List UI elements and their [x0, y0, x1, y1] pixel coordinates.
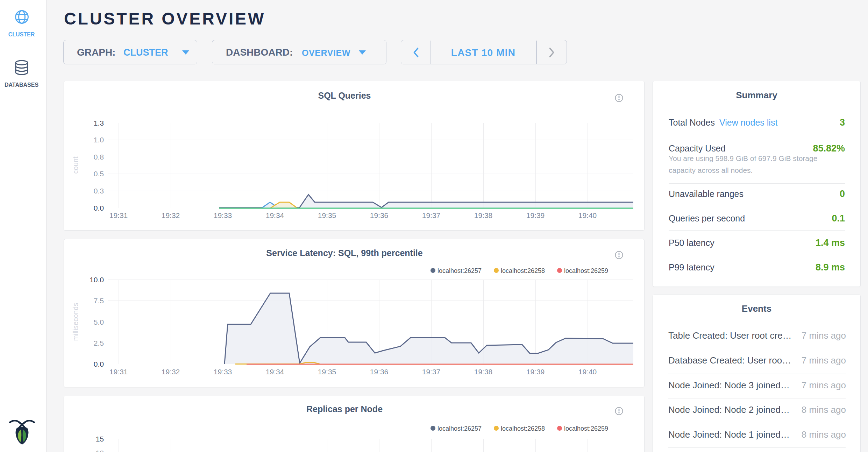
svg-text:2.5: 2.5: [94, 339, 104, 347]
svg-text:localhost:26259: localhost:26259: [564, 425, 608, 432]
svg-text:19:36: 19:36: [370, 368, 389, 376]
svg-text:10.0: 10.0: [90, 276, 104, 284]
svg-text:0.5: 0.5: [94, 170, 104, 178]
svg-text:19:33: 19:33: [214, 211, 232, 219]
svg-text:milliseconds: milliseconds: [72, 303, 79, 341]
svg-text:15: 15: [96, 435, 104, 443]
svg-text:localhost:26258: localhost:26258: [501, 267, 545, 274]
svg-text:19:31: 19:31: [109, 211, 128, 219]
svg-text:19:32: 19:32: [162, 211, 180, 219]
svg-text:19:37: 19:37: [422, 368, 441, 376]
svg-text:19:34: 19:34: [266, 211, 284, 219]
svg-text:0.8: 0.8: [94, 153, 104, 161]
svg-text:1.3: 1.3: [94, 119, 104, 127]
svg-text:19:31: 19:31: [109, 368, 128, 376]
svg-text:19:32: 19:32: [162, 368, 180, 376]
svg-text:localhost:26259: localhost:26259: [564, 267, 608, 274]
svg-text:10: 10: [96, 449, 104, 452]
svg-text:0.0: 0.0: [94, 360, 104, 368]
svg-text:19:39: 19:39: [526, 368, 545, 376]
svg-text:1.0: 1.0: [94, 136, 104, 144]
svg-text:7.5: 7.5: [94, 297, 104, 305]
svg-text:19:37: 19:37: [422, 211, 441, 219]
svg-text:localhost:26257: localhost:26257: [437, 267, 482, 274]
svg-text:19:35: 19:35: [318, 368, 336, 376]
svg-text:0.3: 0.3: [94, 187, 104, 195]
svg-text:localhost:26258: localhost:26258: [501, 425, 545, 432]
svg-text:0.0: 0.0: [94, 204, 104, 212]
svg-text:19:33: 19:33: [214, 368, 232, 376]
svg-text:19:40: 19:40: [578, 368, 597, 376]
svg-text:5.0: 5.0: [94, 318, 104, 326]
svg-text:19:39: 19:39: [526, 211, 545, 219]
svg-text:19:35: 19:35: [318, 211, 336, 219]
svg-text:19:34: 19:34: [266, 368, 284, 376]
svg-text:localhost:26257: localhost:26257: [437, 425, 482, 432]
svg-text:19:36: 19:36: [370, 211, 389, 219]
svg-text:19:38: 19:38: [474, 211, 493, 219]
svg-text:19:38: 19:38: [474, 368, 493, 376]
svg-text:19:40: 19:40: [578, 211, 597, 219]
svg-text:count: count: [72, 156, 79, 174]
